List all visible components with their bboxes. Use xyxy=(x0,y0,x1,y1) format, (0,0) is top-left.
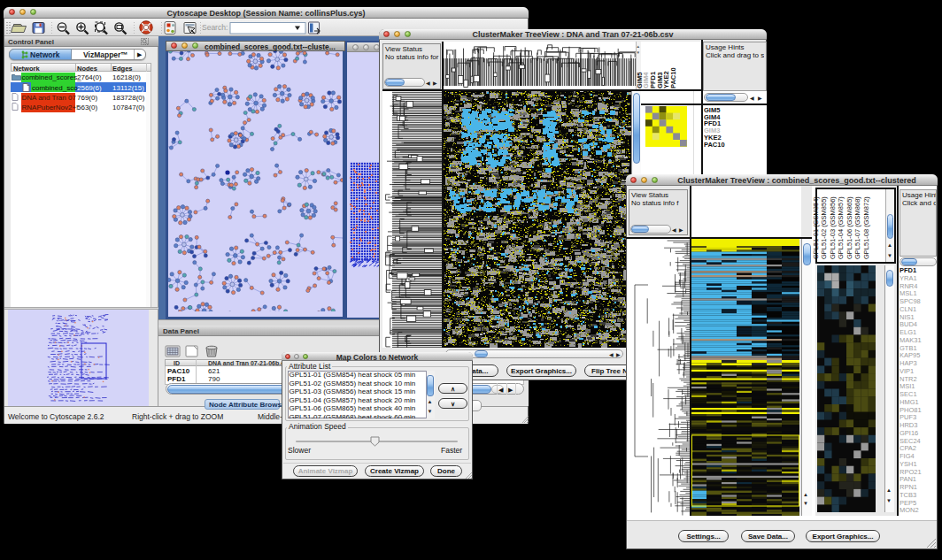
svg-text:Search:: Search: xyxy=(202,23,228,32)
